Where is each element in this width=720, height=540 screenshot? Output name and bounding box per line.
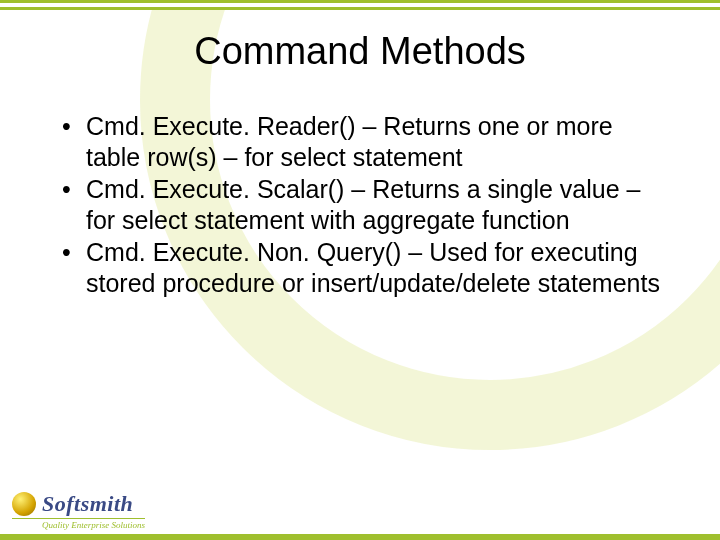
bullet-list: Cmd. Execute. Reader() – Returns one or … xyxy=(50,111,670,298)
top-accent-inner xyxy=(0,3,720,7)
logo-text: Softsmith xyxy=(42,491,133,517)
logo: Softsmith Quality Enterprise Solutions xyxy=(12,491,145,530)
content-area: Command Methods Cmd. Execute. Reader() –… xyxy=(0,0,720,298)
slide-title: Command Methods xyxy=(50,30,670,73)
bullet-item: Cmd. Execute. Non. Query() – Used for ex… xyxy=(58,237,670,298)
logo-tagline: Quality Enterprise Solutions xyxy=(12,518,145,530)
bullet-item: Cmd. Execute. Scalar() – Returns a singl… xyxy=(58,174,670,235)
footer: Softsmith Quality Enterprise Solutions xyxy=(0,474,720,540)
slide: Command Methods Cmd. Execute. Reader() –… xyxy=(0,0,720,540)
logo-ball-icon xyxy=(12,492,36,516)
top-accent-bar xyxy=(0,0,720,10)
bullet-item: Cmd. Execute. Reader() – Returns one or … xyxy=(58,111,670,172)
logo-row: Softsmith xyxy=(12,491,133,517)
footer-accent-bar xyxy=(0,534,720,540)
